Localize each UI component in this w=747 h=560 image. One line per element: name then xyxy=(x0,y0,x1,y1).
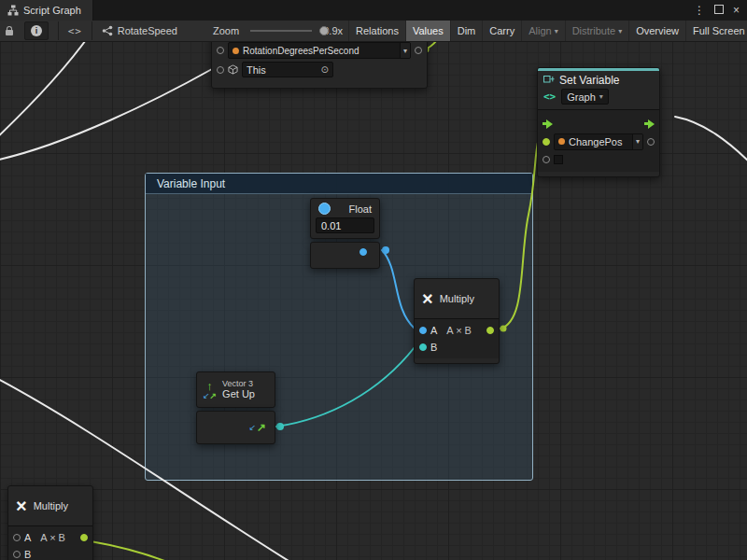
script-graph-icon xyxy=(7,5,19,16)
window-titlebar: Script Graph ⋮ × xyxy=(0,0,747,21)
values-button[interactable]: Values xyxy=(405,21,450,41)
float-value-input[interactable] xyxy=(321,220,369,231)
node-multiply-center[interactable]: × Multiply A A × B B xyxy=(414,278,500,364)
zoom-label-text: Zoom xyxy=(213,25,239,36)
multiply-title: Multiply xyxy=(34,500,68,511)
variable-name-dropdown[interactable]: RotationDegreesPerSecond ▾ xyxy=(228,42,411,59)
port-input[interactable] xyxy=(217,66,224,74)
values-label: Values xyxy=(413,25,444,36)
variable-dot-icon xyxy=(558,138,565,145)
info-icon: i xyxy=(24,21,49,40)
graph-scope-icon: <> xyxy=(543,91,556,103)
scope-dropdown[interactable]: Graph ▾ xyxy=(561,89,609,105)
port-result-output[interactable] xyxy=(80,534,88,541)
tab-title: Script Graph xyxy=(23,5,81,16)
port-a-input[interactable] xyxy=(419,327,427,334)
inspector-button[interactable]: i xyxy=(19,21,54,41)
port-a-label: A xyxy=(24,532,31,543)
port-output[interactable] xyxy=(647,138,655,146)
changepos-label: ChangePos xyxy=(569,136,628,147)
port-a-label: A xyxy=(430,325,437,336)
unity-script-graph-window: Script Graph ⋮ × i <> RotateSpeed Zoom xyxy=(0,0,747,560)
flow-output-port[interactable] xyxy=(644,119,655,129)
gameobject-cube-icon xyxy=(228,64,238,75)
toolbar-divider xyxy=(92,21,92,40)
float-output-port[interactable] xyxy=(359,248,367,256)
align-label: Align xyxy=(529,25,551,36)
fullscreen-button[interactable]: Full Screen xyxy=(685,21,747,41)
close-button[interactable]: × xyxy=(733,4,740,17)
carry-button[interactable]: Carry xyxy=(482,21,521,41)
distribute-label: Distribute xyxy=(572,25,615,36)
up-arrow-icon: ↑ xyxy=(206,380,213,392)
node-set-variable[interactable]: Set Variable <> Graph ▾ ChangePos ▾ xyxy=(537,67,660,177)
vector3-sw-arrow-icon: ↙ xyxy=(203,392,210,400)
group-header[interactable]: Variable Input xyxy=(146,174,532,194)
result-label: A × B xyxy=(40,532,65,543)
dim-button[interactable]: Dim xyxy=(450,21,483,41)
float-value-field[interactable] xyxy=(316,217,374,233)
set-variable-title: Set Variable xyxy=(559,74,619,87)
chevron-down-icon: ▾ xyxy=(618,27,622,35)
port-a-input[interactable] xyxy=(13,534,21,541)
target-object-field[interactable]: This ⊙ xyxy=(242,62,333,77)
vector3-output-port[interactable]: ↗ xyxy=(257,421,266,434)
get-up-title: Get Up xyxy=(222,388,255,400)
node-vector3-get-up[interactable]: ↑ ↙ ↗ Vector 3 Get Up xyxy=(196,371,275,408)
carry-label: Carry xyxy=(489,25,514,36)
node-multiply-bottom[interactable]: × Multiply A A × B B xyxy=(7,485,93,560)
vector3-type-label: Vector 3 xyxy=(222,379,255,389)
relations-button[interactable]: Relations xyxy=(348,21,405,41)
zoom-slider[interactable] xyxy=(250,30,312,32)
chevron-down-icon: ▾ xyxy=(599,92,603,101)
code-preview-button[interactable]: <> xyxy=(63,21,88,41)
port-input[interactable] xyxy=(217,47,224,54)
variable-name-label: RotationDegreesPerSecond xyxy=(243,46,396,56)
dim-label: Dim xyxy=(458,25,476,36)
lock-button[interactable] xyxy=(0,21,19,41)
changepos-dropdown[interactable]: ChangePos ▾ xyxy=(554,133,643,150)
tab-script-graph[interactable]: Script Graph xyxy=(0,0,93,21)
overview-label: Overview xyxy=(636,25,679,36)
vector3-port-sw-icon: ↙ xyxy=(248,423,256,432)
port-b-input[interactable] xyxy=(419,343,427,351)
graph-toolbar: i <> RotateSpeed Zoom 0.9x Relations Val… xyxy=(0,21,747,42)
kebab-menu-icon[interactable]: ⋮ xyxy=(694,4,705,17)
toolbar-divider xyxy=(58,21,59,40)
object-picker-icon[interactable]: ⊙ xyxy=(321,64,329,75)
scope-label: Graph xyxy=(567,91,596,103)
window-controls: ⋮ × xyxy=(694,4,747,17)
port-input[interactable] xyxy=(543,156,550,163)
toolbar-button-group: Relations Values Dim Carry Align ▾ Distr… xyxy=(348,21,747,41)
target-object-label: This xyxy=(247,64,317,76)
align-button[interactable]: Align ▾ xyxy=(521,21,564,41)
vector3-ne-arrow-icon: ↗ xyxy=(210,392,218,400)
distribute-button[interactable]: Distribute ▾ xyxy=(565,21,628,41)
maximize-button[interactable] xyxy=(714,4,724,17)
variable-dot-icon xyxy=(233,48,239,54)
node-float-literal[interactable]: Float xyxy=(310,198,380,239)
default-value-box[interactable] xyxy=(554,155,563,164)
port-result-output[interactable] xyxy=(486,327,494,334)
overview-button[interactable]: Overview xyxy=(628,21,685,41)
port-output[interactable] xyxy=(415,47,422,54)
chevron-down-icon[interactable]: ▾ xyxy=(400,43,410,58)
result-label: A × B xyxy=(446,325,472,336)
graph-breadcrumb[interactable]: RotateSpeed xyxy=(96,21,183,41)
chevron-down-icon[interactable]: ▾ xyxy=(632,134,642,149)
port-value-input[interactable] xyxy=(543,138,550,146)
node-vector3-port-strip[interactable]: ↙ ↗ xyxy=(196,411,275,444)
node-float-port-strip[interactable] xyxy=(310,242,380,269)
chevron-down-icon: ▾ xyxy=(555,27,558,35)
multiply-icon: × xyxy=(16,497,27,515)
group-title: Variable Input xyxy=(157,177,225,190)
float-title: Float xyxy=(349,203,372,215)
float-type-icon xyxy=(318,203,331,215)
port-b-input[interactable] xyxy=(13,551,21,558)
lock-icon xyxy=(6,30,13,35)
multiply-icon: × xyxy=(422,289,433,308)
set-variable-icon xyxy=(543,76,555,85)
port-b-label: B xyxy=(24,549,31,560)
fullscreen-label: Full Screen xyxy=(693,25,745,36)
flow-input-port[interactable] xyxy=(543,119,553,129)
